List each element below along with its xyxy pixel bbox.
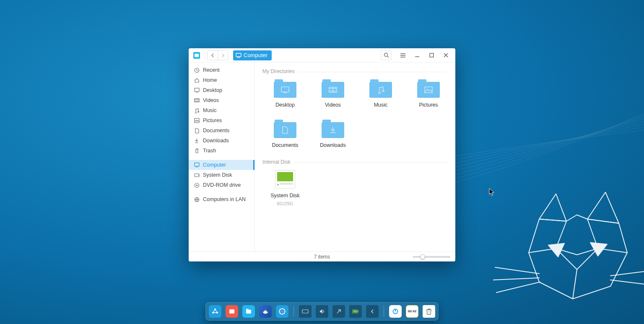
sidebar-item-label: System Disk xyxy=(203,172,232,178)
sidebar-item-pictures[interactable]: Pictures xyxy=(189,115,254,125)
sidebar-item-label: DVD-ROM drive xyxy=(203,182,241,188)
statusbar: 7 items xyxy=(189,251,455,261)
svg-line-8 xyxy=(610,272,644,276)
svg-rect-12 xyxy=(236,53,241,57)
tray-expand[interactable] xyxy=(366,305,379,318)
nav-forward-button[interactable] xyxy=(218,51,228,60)
tray-keyboard[interactable] xyxy=(299,305,312,318)
hamburger-icon xyxy=(400,53,406,58)
dock-file-manager[interactable] xyxy=(242,305,255,318)
svg-point-14 xyxy=(384,53,387,57)
dock-clock[interactable]: 00:42 xyxy=(406,305,418,318)
svg-marker-0 xyxy=(539,194,566,221)
document-icon xyxy=(194,128,200,133)
svg-point-54 xyxy=(281,311,283,313)
sidebar-item-lan[interactable]: Computers in LAN xyxy=(189,194,254,204)
tray-battery[interactable] xyxy=(349,305,362,318)
svg-point-34 xyxy=(198,175,199,175)
sidebar-item-label: Home xyxy=(203,77,217,83)
section-header-internal-disk: Internal Disk xyxy=(262,159,448,165)
dock-browser[interactable] xyxy=(259,305,272,318)
clock-text: 00:42 xyxy=(408,310,416,313)
item-label: Pictures xyxy=(419,102,438,108)
tray-usb[interactable] xyxy=(332,305,345,318)
file-manager-window: Computer Recent xyxy=(189,48,455,261)
sidebar-item-trash[interactable]: Trash xyxy=(189,146,254,156)
section-title: My Directories xyxy=(262,68,295,74)
folder-downloads[interactable]: Downloads xyxy=(310,120,356,148)
nav-back-button[interactable] xyxy=(208,51,218,60)
svg-rect-38 xyxy=(281,87,289,92)
svg-line-5 xyxy=(495,267,539,274)
svg-rect-20 xyxy=(430,53,434,57)
sidebar-item-computer[interactable]: Computer xyxy=(189,160,254,170)
item-label: Desktop xyxy=(275,102,295,108)
sidebar: Recent Home Desktop Videos Music Picture… xyxy=(189,63,255,251)
home-icon xyxy=(194,77,200,83)
download-icon xyxy=(194,138,200,144)
sidebar-item-videos[interactable]: Videos xyxy=(189,95,254,105)
maximize-icon xyxy=(429,53,434,57)
sidebar-item-label: Computers in LAN xyxy=(203,196,246,202)
search-button[interactable] xyxy=(381,50,392,60)
close-button[interactable] xyxy=(441,51,450,60)
sidebar-item-dvd[interactable]: DVD-ROM drive xyxy=(189,180,254,190)
sidebar-item-downloads[interactable]: Downloads xyxy=(189,136,254,146)
folder-music[interactable]: Music xyxy=(358,79,403,108)
disk-icon xyxy=(275,170,295,188)
status-item-count: 7 items xyxy=(314,254,330,260)
breadcrumb[interactable]: Computer xyxy=(233,50,272,60)
sidebar-item-home[interactable]: Home xyxy=(189,75,254,85)
folder-icon xyxy=(322,79,344,98)
dock-launcher[interactable] xyxy=(209,305,221,318)
sidebar-item-desktop[interactable]: Desktop xyxy=(189,85,254,95)
svg-line-60 xyxy=(284,313,285,314)
svg-line-61 xyxy=(280,313,280,314)
sidebar-item-label: Videos xyxy=(203,97,219,103)
item-label: Documents xyxy=(272,142,298,148)
svg-point-44 xyxy=(382,90,384,92)
sidebar-item-system-disk[interactable]: System Disk xyxy=(189,170,254,180)
disk-system[interactable]: System Disk 6G/29G xyxy=(262,170,308,206)
mouse-cursor xyxy=(489,188,495,196)
sidebar-item-music[interactable]: Music xyxy=(189,105,254,115)
power-icon xyxy=(392,308,399,315)
folder-pictures[interactable]: Pictures xyxy=(406,79,451,108)
folder-documents[interactable]: Documents xyxy=(262,120,308,148)
sidebar-item-label: Trash xyxy=(203,148,216,154)
svg-rect-66 xyxy=(353,311,357,313)
folder-icon xyxy=(274,120,296,138)
dock-trash[interactable] xyxy=(423,305,435,318)
dock-settings[interactable] xyxy=(276,305,288,318)
dock-multitask[interactable] xyxy=(226,305,238,318)
zoom-slider[interactable] xyxy=(413,256,450,258)
svg-rect-30 xyxy=(195,118,199,123)
section-title: Internal Disk xyxy=(262,159,291,165)
minimize-button[interactable] xyxy=(413,51,422,60)
trash-icon xyxy=(194,148,200,154)
maximize-button[interactable] xyxy=(427,51,436,60)
usb-icon xyxy=(336,308,342,314)
svg-point-36 xyxy=(196,185,197,186)
breadcrumb-label: Computer xyxy=(244,52,267,58)
sidebar-item-recent[interactable]: Recent xyxy=(189,65,254,75)
svg-rect-24 xyxy=(195,88,199,91)
sidebar-item-documents[interactable]: Documents xyxy=(189,125,254,136)
menu-button[interactable] xyxy=(398,51,408,60)
svg-marker-1 xyxy=(587,192,619,223)
app-icon xyxy=(191,50,202,61)
nav-buttons xyxy=(207,50,228,60)
folder-videos[interactable]: Videos xyxy=(310,79,356,108)
tray-volume[interactable] xyxy=(316,305,328,318)
folder-icon xyxy=(322,120,344,138)
sidebar-item-label: Desktop xyxy=(203,87,222,93)
disk-usage: 6G/29G xyxy=(277,201,293,206)
item-label: System Disk xyxy=(270,193,299,199)
dock-power[interactable] xyxy=(389,305,402,318)
volume-icon xyxy=(319,308,325,314)
svg-point-35 xyxy=(195,183,199,187)
svg-rect-26 xyxy=(195,99,199,102)
item-label: Music xyxy=(374,102,388,108)
svg-line-15 xyxy=(387,56,389,58)
folder-desktop[interactable]: Desktop xyxy=(262,79,308,108)
